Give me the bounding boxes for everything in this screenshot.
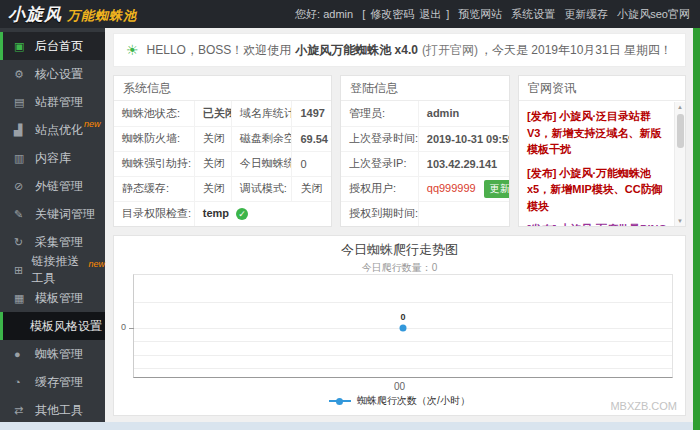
system-settings-link[interactable]: 系统设置 bbox=[511, 7, 555, 22]
page-bottom-strip bbox=[0, 422, 700, 430]
scroll-down-icon[interactable]: ▼ bbox=[677, 216, 683, 226]
welcome-text: HELLO，BOSS！欢迎使用 bbox=[147, 42, 292, 59]
sidebar-item-keywords[interactable]: ✎ 关键词管理 bbox=[0, 200, 105, 228]
login-info-panel: 登陆信息 管理员: admin 上次登录时间: 2019-10-31 09:59… bbox=[340, 75, 510, 227]
spider-icon: ● bbox=[14, 348, 30, 360]
y-axis-tick-mark bbox=[129, 328, 134, 329]
watermark: MBXZB.COM bbox=[610, 400, 677, 412]
home-icon: ▣ bbox=[14, 40, 30, 53]
chart-subtitle: 今日爬行数量：0 bbox=[114, 261, 685, 275]
green-edge-bar bbox=[693, 26, 700, 430]
chart-legend[interactable]: 蜘蛛爬行次数（次/小时） bbox=[114, 394, 685, 408]
update-cache-link[interactable]: 更新缓存 bbox=[564, 7, 608, 22]
sidebar-item-label: 站群管理 bbox=[35, 94, 83, 111]
gridline bbox=[134, 341, 672, 342]
sidebar-subitem-template-style[interactable]: 模板风格设置 bbox=[0, 312, 105, 340]
sidebar-item-label: 后台首页 bbox=[35, 38, 83, 55]
table-row: 授权到期时间: bbox=[341, 201, 509, 226]
logo-text-secondary: 万能蜘蛛池 bbox=[67, 7, 137, 25]
scroll-up-icon[interactable]: ▲ bbox=[677, 102, 683, 112]
preview-site-link[interactable]: 预览网站 bbox=[458, 7, 502, 22]
sidebar-item-site-group[interactable]: ▤ 站群管理 bbox=[0, 88, 105, 116]
bracket-right: ] bbox=[446, 8, 449, 20]
sidebar-item-core-settings[interactable]: ⚙ 核心设置 bbox=[0, 60, 105, 88]
panel-title: 官网资讯 bbox=[519, 76, 685, 101]
sidebar-item-link-push-tool[interactable]: ⊞ 链接推送工具 new bbox=[0, 256, 105, 284]
x-axis-tick: 00 bbox=[114, 381, 685, 392]
update-auth-button[interactable]: 更新 bbox=[484, 180, 509, 198]
template-icon: ▦ bbox=[14, 292, 30, 305]
check-icon: ✓ bbox=[236, 208, 248, 220]
sidebar-item-template-manage[interactable]: ▦ 模板管理 bbox=[0, 284, 105, 312]
logo-text-primary: 小旋风 bbox=[8, 3, 62, 26]
sidebar-item-label: 外链管理 bbox=[35, 178, 83, 195]
sidebar-item-content-library[interactable]: ▥ 内容库 bbox=[0, 144, 105, 172]
sidebar-item-dashboard[interactable]: ▣ 后台首页 bbox=[0, 32, 105, 60]
sidebar-item-label: 关键词管理 bbox=[35, 206, 95, 223]
topbar-menu: 您好: admin [ 修改密码 退出 ] 预览网站 系统设置 更新缓存 小旋风… bbox=[295, 7, 690, 22]
sidebar-item-label: 模板管理 bbox=[35, 290, 83, 307]
data-point[interactable] bbox=[400, 325, 407, 332]
open-official-site-link[interactable]: (打开官网) bbox=[422, 42, 478, 59]
info-panels-row: 系统信息 蜘蛛池状态: 已关闭 域名库统计: 1497 蜘蛛防火墙: 关闭 磁盘… bbox=[113, 75, 686, 227]
sidebar-item-label: 蜘蛛管理 bbox=[35, 346, 83, 363]
user-greeting: 您好: admin bbox=[295, 7, 353, 22]
sidebar-item-label: 链接推送工具 bbox=[31, 253, 87, 287]
news-scrollbar[interactable]: ▲ ▼ bbox=[674, 102, 685, 226]
sidebar-item-label: 其他工具 bbox=[35, 402, 83, 419]
sidebar-item-other-tools[interactable]: ⇄ 其他工具 bbox=[0, 396, 105, 424]
official-site-link[interactable]: 小旋风seo官网 bbox=[617, 7, 690, 22]
new-badge: new bbox=[84, 119, 101, 129]
system-info-panel: 系统信息 蜘蛛池状态: 已关闭 域名库统计: 1497 蜘蛛防火墙: 关闭 磁盘… bbox=[113, 75, 332, 227]
news-link[interactable]: [发布] 小旋风·万能蜘蛛池x5，新增MIP模块、CC防御模块 bbox=[527, 165, 670, 215]
official-news-panel: 官网资讯 [发布] 小旋风·泛目录站群V3，新增支持泛域名、新版模板干扰 [发布… bbox=[518, 75, 686, 227]
library-icon: ▥ bbox=[14, 152, 30, 165]
table-row: 授权用户: qq999999 更新 bbox=[341, 176, 509, 201]
keyword-icon: ✎ bbox=[14, 208, 30, 221]
auth-user-value: qq999999 bbox=[427, 182, 476, 194]
new-badge: new bbox=[88, 259, 105, 269]
system-info-table: 蜘蛛池状态: 已关闭 域名库统计: 1497 蜘蛛防火墙: 关闭 磁盘剩余空间:… bbox=[114, 101, 331, 227]
account-links: [ 修改密码 退出 ] bbox=[362, 7, 449, 22]
header: 小旋风 万能蜘蛛池 您好: admin [ 修改密码 退出 ] 预览网站 系统设… bbox=[0, 0, 700, 28]
cache-icon: ◔ bbox=[14, 376, 30, 388]
table-row: 目录权限检查: temp ✓ bbox=[114, 201, 331, 226]
perm-dir-value: temp bbox=[203, 207, 229, 219]
sidebar-item-collection[interactable]: ↻ 采集管理 bbox=[0, 228, 105, 256]
gridline bbox=[134, 368, 672, 369]
table-row: 蜘蛛池状态: 已关闭 域名库统计: 1497 bbox=[114, 101, 331, 126]
sidebar-item-label: 缓存管理 bbox=[35, 374, 83, 391]
welcome-date-text: ，今天是 2019年10月31日 星期四！ bbox=[480, 42, 672, 59]
legend-label: 蜘蛛爬行次数（次/小时） bbox=[357, 394, 470, 408]
table-row: 蜘蛛防火墙: 关闭 磁盘剩余空间: 69.54 GB bbox=[114, 126, 331, 151]
sidebar-item-external-links[interactable]: ⊘ 外链管理 bbox=[0, 172, 105, 200]
table-row: 管理员: admin bbox=[341, 101, 509, 126]
product-name: 小旋风万能蜘蛛池 x4.0 bbox=[295, 42, 418, 59]
logout-link[interactable]: 退出 bbox=[419, 7, 441, 22]
change-password-link[interactable]: 修改密码 bbox=[370, 7, 414, 22]
chart-icon: ▟ bbox=[14, 124, 30, 137]
sidebar: ▣ 后台首页 ⚙ 核心设置 ▤ 站群管理 ▟ 站点优化 new ▥ 内容库 ⊘ … bbox=[0, 28, 105, 422]
main-content: ☀ HELLO，BOSS！欢迎使用 小旋风万能蜘蛛池 x4.0 (打开官网) ，… bbox=[105, 28, 693, 422]
sun-icon: ☀ bbox=[126, 42, 139, 58]
sidebar-item-site-optimize[interactable]: ▟ 站点优化 new bbox=[0, 116, 105, 144]
y-axis-tick: 0 bbox=[121, 322, 126, 332]
sidebar-item-label: 内容库 bbox=[35, 150, 71, 167]
sites-icon: ▤ bbox=[14, 96, 30, 109]
auth-expiry-value bbox=[418, 201, 509, 226]
scrollbar-thumb[interactable] bbox=[677, 114, 684, 148]
sidebar-item-cache-manage[interactable]: ◔ 缓存管理 bbox=[0, 368, 105, 396]
table-row: 蜘蛛强引劫持: 关闭 今日蜘蛛统计: 0 bbox=[114, 151, 331, 176]
legend-marker-icon bbox=[329, 400, 351, 402]
app-logo: 小旋风 万能蜘蛛池 bbox=[8, 3, 137, 26]
panel-title: 系统信息 bbox=[114, 76, 331, 101]
sidebar-item-spider-manage[interactable]: ● 蜘蛛管理 bbox=[0, 340, 105, 368]
news-link[interactable]: [发布] 小旋风·百度批量PING推送工具v2(日推送量百万) bbox=[527, 221, 670, 226]
sidebar-item-label: 模板风格设置 bbox=[30, 318, 102, 335]
welcome-bar: ☀ HELLO，BOSS！欢迎使用 小旋风万能蜘蛛池 x4.0 (打开官网) ，… bbox=[113, 33, 686, 67]
sync-icon: ↻ bbox=[14, 236, 30, 249]
data-point-label: 0 bbox=[400, 312, 405, 322]
push-icon: ⊞ bbox=[14, 264, 26, 277]
news-link[interactable]: [发布] 小旋风·泛目录站群V3，新增支持泛域名、新版模板干扰 bbox=[527, 108, 670, 158]
sidebar-item-label: 站点优化 bbox=[35, 122, 83, 139]
